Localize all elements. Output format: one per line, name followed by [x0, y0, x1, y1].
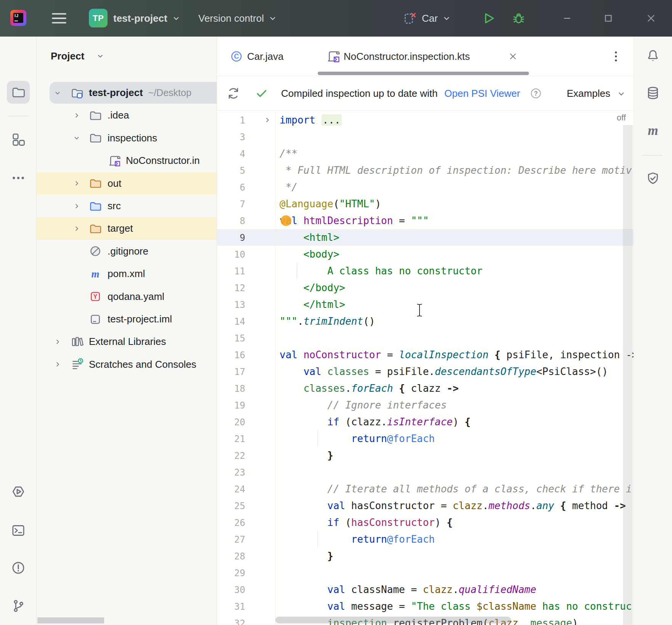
gutter[interactable]: 4	[217, 145, 276, 162]
tree-item-test-project-iml[interactable]: test-project.iml	[37, 308, 217, 330]
tab-car-java[interactable]: CCar.java	[221, 37, 312, 76]
stripe-button-services[interactable]	[11, 484, 26, 499]
code-line-7[interactable]: 7@Language("HTML")	[217, 196, 633, 212]
tab-options-kebab-icon[interactable]	[609, 50, 623, 63]
tree-item-inspections[interactable]: inspections	[37, 127, 217, 149]
code-line-3[interactable]: 3	[217, 128, 633, 145]
tree-item-target[interactable]: target	[37, 217, 217, 240]
gutter[interactable]: 30	[217, 581, 276, 598]
code-line-8[interactable]: 8val htmlDescription = """	[217, 212, 633, 229]
run-configuration-button[interactable]: Car	[403, 0, 452, 37]
code-line-4[interactable]: 4/**	[217, 145, 633, 162]
gutter[interactable]: 17	[217, 363, 276, 380]
help-icon[interactable]: ?	[529, 87, 542, 100]
project-widget-button[interactable]: test-project	[113, 0, 181, 37]
tree-item-scratches-and-consoles[interactable]: Scratches and Consoles	[37, 353, 217, 376]
examples-dropdown[interactable]: Examples	[567, 76, 610, 111]
code-line-24[interactable]: 24 // Iterate all methods of a class, ch…	[217, 481, 633, 497]
project-horizontal-scrollbar[interactable]	[37, 617, 104, 623]
tree-item-idea[interactable]: .idea	[37, 104, 217, 127]
stripe-button-project[interactable]	[7, 81, 30, 104]
stripe-button-maven[interactable]: m	[645, 123, 661, 138]
gutter[interactable]: 21	[217, 430, 276, 447]
close-tab-icon[interactable]	[508, 51, 518, 62]
gutter[interactable]: 14	[217, 313, 276, 330]
open-psi-viewer-link[interactable]: Open PSI Viewer	[444, 76, 520, 111]
gutter[interactable]: 28	[217, 548, 276, 564]
code-editor[interactable]: 1import ...34/**5 * Full HTML descriptio…	[217, 111, 633, 625]
gutter[interactable]: 19	[217, 397, 276, 413]
chevron-down-icon[interactable]	[96, 51, 105, 61]
gutter[interactable]: 8	[217, 212, 276, 229]
gutter[interactable]: 31	[217, 598, 276, 615]
chevron-right-icon[interactable]	[72, 111, 81, 120]
chevron-down-icon[interactable]	[72, 134, 81, 142]
code-line-22[interactable]: 22 }	[217, 447, 633, 464]
tree-item-pom-xml[interactable]: mpom.xml	[37, 263, 217, 285]
minimize-button[interactable]	[562, 13, 572, 24]
gutter[interactable]: 25	[217, 497, 276, 514]
stripe-button-structure[interactable]	[11, 132, 26, 147]
code-line-20[interactable]: 20 if (clazz.isInterface) {	[217, 413, 633, 430]
chevron-down-icon[interactable]	[616, 89, 626, 99]
tree-item-noconstructor-in[interactable]: NoConstructor.in	[37, 149, 217, 172]
gutter[interactable]: 5	[217, 162, 276, 179]
gutter[interactable]: 27	[217, 531, 276, 548]
stripe-button-version-control[interactable]	[11, 598, 26, 614]
chevron-right-icon[interactable]	[53, 360, 62, 369]
code-line-27[interactable]: 27 return@forEach	[217, 531, 633, 548]
code-line-13[interactable]: 13 </html>	[217, 296, 633, 313]
gutter[interactable]: 24	[217, 481, 276, 497]
stripe-button-more-tool-windows[interactable]	[11, 170, 26, 186]
tab-noconstructor-inspection-kts[interactable]: NoConstructor.inspection.kts	[317, 37, 525, 76]
code-line-9[interactable]: 9 <html>	[217, 229, 633, 246]
gutter[interactable]: 9	[217, 229, 276, 246]
main-menu-icon[interactable]	[51, 12, 68, 25]
editor-horizontal-scrollbar[interactable]	[275, 617, 511, 623]
code-line-29[interactable]: 29	[217, 564, 633, 581]
gutter[interactable]: 12	[217, 279, 276, 296]
intellij-logo-icon[interactable]: IJ	[10, 10, 26, 26]
code-line-18[interactable]: 18 classes.forEach { clazz ->	[217, 380, 633, 397]
code-line-23[interactable]: 23	[217, 464, 633, 481]
close-button[interactable]	[646, 13, 656, 24]
gutter[interactable]: 20	[217, 413, 276, 430]
code-line-25[interactable]: 25 val hasConstructor = clazz.methods.an…	[217, 497, 633, 514]
code-line-26[interactable]: 26 if (hasConstructor) {	[217, 514, 633, 531]
code-line-6[interactable]: 6 */	[217, 179, 633, 196]
chevron-right-icon[interactable]	[72, 179, 81, 188]
code-line-19[interactable]: 19 // Ignore interfaces	[217, 397, 633, 413]
vcs-widget-button[interactable]: Version control	[198, 0, 278, 37]
gutter[interactable]: 32	[217, 615, 276, 625]
code-line-14[interactable]: 14""".trimIndent()	[217, 313, 633, 330]
code-line-31[interactable]: 31 val message = "The class $className h…	[217, 598, 633, 615]
stripe-button-terminal[interactable]	[11, 523, 26, 538]
code-line-10[interactable]: 10 <body>	[217, 246, 633, 263]
code-line-30[interactable]: 30 val className = clazz.qualifiedName	[217, 581, 633, 598]
tree-item-test-project[interactable]: test-project~/Desktop	[37, 82, 217, 104]
tree-item-gitignore[interactable]: .gitignore	[37, 240, 217, 263]
stripe-button-qodana[interactable]	[645, 171, 661, 186]
stripe-button-notifications[interactable]	[645, 48, 661, 63]
gutter[interactable]: 7	[217, 196, 276, 212]
code-line-21[interactable]: 21 return@forEach	[217, 430, 633, 447]
tree-item-src[interactable]: src	[37, 195, 217, 217]
code-line-12[interactable]: 12 </body>	[217, 279, 633, 296]
code-line-28[interactable]: 28 }	[217, 548, 633, 564]
gutter[interactable]: 29	[217, 564, 276, 581]
maximize-button[interactable]	[603, 13, 614, 24]
code-line-15[interactable]: 15	[217, 330, 633, 346]
code-line-17[interactable]: 17 val classes = psiFile.descendantsOfTy…	[217, 363, 633, 380]
gutter[interactable]: 11	[217, 263, 276, 279]
gutter[interactable]: 10	[217, 246, 276, 263]
gutter[interactable]: 18	[217, 380, 276, 397]
tabs-scrollbar[interactable]	[318, 72, 529, 75]
code-line-11[interactable]: 11 A class has no constructor	[217, 263, 633, 279]
gutter[interactable]: 23	[217, 464, 276, 481]
tree-item-out[interactable]: out	[37, 172, 217, 195]
chevron-right-icon[interactable]	[53, 338, 62, 346]
chevron-down-icon[interactable]	[53, 89, 62, 97]
gutter[interactable]: 6	[217, 179, 276, 196]
code-line-16[interactable]: 16val noConstructor = localInspection { …	[217, 346, 633, 363]
intention-indicator-dot[interactable]	[281, 215, 291, 226]
